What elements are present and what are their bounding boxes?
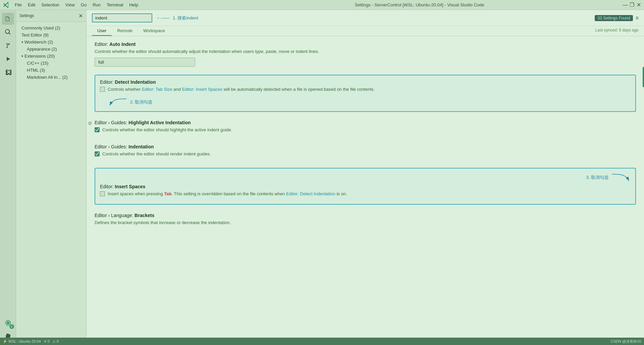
dropdown-wrapper: full none keep brackets advanced <box>95 58 195 67</box>
annotation-step2-label: 2. 取消勾选 <box>130 99 152 105</box>
sidebar-title: Settings <box>19 13 78 18</box>
annotation-2-row: 2. 取消勾选 <box>108 97 631 107</box>
sidebar-close-button[interactable]: ✕ <box>78 13 83 19</box>
tree-item-label: C/C++ (15) <box>27 61 48 66</box>
tree-appearance[interactable]: Appearance (2) <box>16 46 86 53</box>
settings-tree: Commonly Used (2) Text Editor (9) ▾ Work… <box>16 22 86 345</box>
title-prefix: Editor: <box>100 79 115 85</box>
close-button[interactable]: ✕ <box>637 3 641 7</box>
tab-remote[interactable]: Remote <box>112 26 138 36</box>
setting-description: Controls whether Editor: Tab Size and Ed… <box>108 86 375 93</box>
tree-workbench[interactable]: ▾ Workbench (2) <box>16 39 86 46</box>
setting-auto-indent: Editor: Auto Indent Controls whether the… <box>95 42 636 67</box>
menu-run[interactable]: Run <box>90 2 103 8</box>
vscode-logo <box>3 2 9 8</box>
title-bold: Indentation <box>128 144 154 149</box>
guides-highlight-checkbox[interactable] <box>95 127 100 132</box>
checkbox-row: Controls whether the editor should highl… <box>95 127 636 136</box>
search-area: ←—— 1. 搜索indent 33 Settings Found ≡ <box>87 10 644 26</box>
title-prefix: Editor › Language: <box>95 213 135 218</box>
setting-title: Editor: Auto Indent <box>95 42 636 47</box>
sidebar: Settings ✕ Commonly Used (2) Text Editor… <box>16 10 87 345</box>
setting-title: Editor › Language: Brackets <box>95 213 636 218</box>
menu-view[interactable]: View <box>63 2 77 8</box>
annotation-arrow-2 <box>108 97 128 107</box>
tree-markdown[interactable]: Markdown All in... (2) <box>16 74 86 81</box>
setting-description: Controls whether the editor should rende… <box>102 151 211 157</box>
activity-extensions[interactable] <box>2 66 14 78</box>
statusbar-right: CSDN @没有BUG <box>611 339 641 344</box>
tree-text-editor[interactable]: Text Editor (9) <box>16 31 86 39</box>
settings-found-badge: 33 Settings Found <box>595 15 633 21</box>
link-detect-indentation[interactable]: Editor: Detect Indentation <box>286 191 335 196</box>
title-bold: Insert Spaces <box>115 184 145 189</box>
setting-description: Defines the bracket symbols that increas… <box>95 219 636 226</box>
search-right: 33 Settings Found ≡ <box>595 15 639 21</box>
checkbox-row: Controls whether the editor should rende… <box>95 151 636 160</box>
search-wrapper <box>92 13 152 22</box>
insert-spaces-checkbox[interactable] <box>100 191 105 196</box>
setting-guides-highlight: ⚙ Editor › Guides: Highlight Active Inde… <box>95 120 636 136</box>
activity-source-control[interactable] <box>2 40 14 52</box>
menu-help[interactable]: Help <box>126 2 141 8</box>
setting-title: Editor: Insert Spaces <box>100 184 631 189</box>
tab-bold: Tab <box>164 191 171 196</box>
gear-icon[interactable]: ⚙ <box>88 121 92 126</box>
search-input[interactable] <box>92 13 152 22</box>
setting-description: Insert spaces when pressing Tab. This se… <box>108 191 347 197</box>
menu-edit[interactable]: Edit <box>25 2 38 8</box>
warning-count[interactable]: ⚠ 0 <box>52 339 59 344</box>
window-title: Settings - ServerControl [WSL: Ubuntu-20… <box>216 2 623 7</box>
detect-indentation-checkbox[interactable] <box>100 87 105 92</box>
main-content: ←—— 1. 搜索indent 33 Settings Found ≡ User… <box>87 10 644 345</box>
menu-bar: File Edit Selection View Go Run Terminal… <box>12 2 216 8</box>
tree-item-label: Workbench (2) <box>24 40 53 45</box>
tab-workspace[interactable]: Workspace <box>138 26 170 36</box>
title-bold: Auto Indent <box>109 42 136 47</box>
tree-commonly-used[interactable]: Commonly Used (2) <box>16 24 86 31</box>
setting-title: Editor › Guides: Highlight Active Indent… <box>95 120 636 125</box>
title-bold: Highlight Active Indentation <box>128 120 191 125</box>
menu-go[interactable]: Go <box>78 2 89 8</box>
tree-extensions[interactable]: ▾ Extensions (20) <box>16 53 86 60</box>
annotation-step3-label: 3. 取消勾选 <box>586 175 608 181</box>
maximize-button[interactable]: ❐ <box>630 3 634 7</box>
setting-guides-indentation: Editor › Guides: Indentation Controls wh… <box>95 144 636 160</box>
annotation-3-row: 3. 取消勾选 <box>100 172 631 183</box>
guides-indentation-checkbox[interactable] <box>95 151 100 156</box>
wsl-indicator[interactable]: ⚡ WSL: Ubuntu-20.04 <box>3 339 41 344</box>
error-count[interactable]: ✕ 0 <box>44 339 50 344</box>
tree-item-label: Text Editor (9) <box>21 32 49 38</box>
activity-search[interactable] <box>2 26 14 38</box>
statusbar: ⚡ WSL: Ubuntu-20.04 ✕ 0 ⚠ 0 CSDN @没有BUG <box>0 338 644 345</box>
link-insert-spaces[interactable]: Editor: Insert Spaces <box>182 87 223 92</box>
checkbox-row: Controls whether Editor: Tab Size and Ed… <box>100 86 631 95</box>
setting-language-brackets: Editor › Language: Brackets Defines the … <box>95 213 636 226</box>
auto-indent-dropdown[interactable]: full none keep brackets advanced <box>95 58 195 67</box>
minimize-button[interactable]: — <box>623 3 627 7</box>
menu-selection[interactable]: Selection <box>39 2 62 8</box>
tree-item-label: HTML (3) <box>27 68 45 73</box>
activity-explorer[interactable] <box>2 13 14 25</box>
tree-cpp[interactable]: C/C++ (15) <box>16 60 86 67</box>
link-tab-size[interactable]: Editor: Tab Size <box>142 87 172 92</box>
settings-content: Editor: Auto Indent Controls whether the… <box>87 36 644 345</box>
tree-item-label: Extensions (20) <box>24 54 55 59</box>
setting-detect-indentation: Editor: Detect Indentation Controls whet… <box>95 75 636 112</box>
tab-user[interactable]: User <box>92 26 112 36</box>
filter-icon[interactable]: ≡ <box>636 15 639 21</box>
title-prefix: Editor › Guides: <box>95 120 128 125</box>
collapse-icon: ▾ <box>21 40 23 44</box>
activity-remote[interactable]: 1 <box>2 317 14 329</box>
title-prefix: Editor › Guides: <box>95 144 128 149</box>
menu-terminal[interactable]: Terminal <box>104 2 126 8</box>
setting-description: Controls whether the editor should highl… <box>102 127 232 133</box>
menu-file[interactable]: File <box>12 2 24 8</box>
title-bold: Brackets <box>135 213 154 218</box>
activity-run[interactable] <box>2 53 14 65</box>
setting-title: Editor: Detect Indentation <box>100 79 631 85</box>
csdn-label: CSDN @没有BUG <box>611 339 641 344</box>
app-container: 1 Settings ✕ Commonly Used (2) Text Edit… <box>0 10 644 345</box>
annotation-step1: 1. 搜索indent <box>173 15 198 21</box>
tree-html[interactable]: HTML (3) <box>16 67 86 74</box>
